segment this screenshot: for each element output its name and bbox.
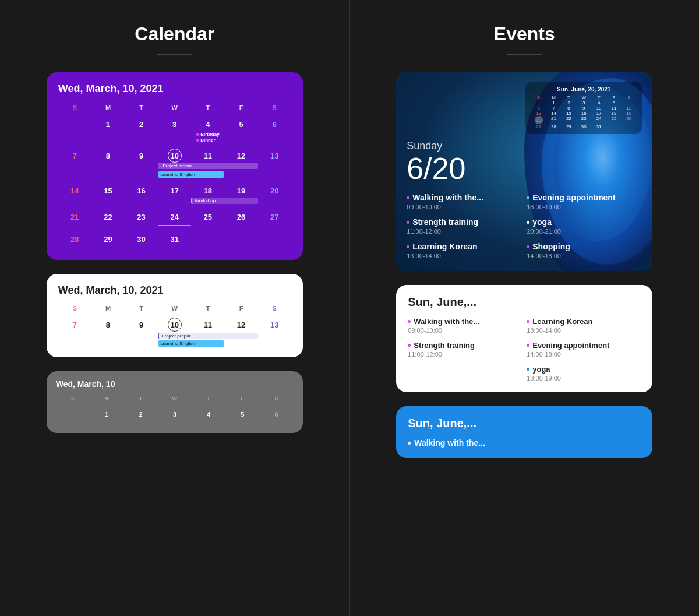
event-yoga-time: 20:00-21:00: [527, 228, 642, 235]
cal-day-27[interactable]: 27: [258, 207, 291, 226]
cal-day-28[interactable]: 28: [58, 230, 91, 248]
cal-day-18[interactable]: 18: [191, 181, 224, 200]
ew-yoga-name: yoga: [527, 365, 641, 374]
mini-week-5: 27 28 29 30 31: [531, 124, 636, 129]
gcal-6[interactable]: 6: [259, 405, 293, 424]
ew-yoga: yoga 18:00-19:00: [527, 365, 641, 382]
wcal-7[interactable]: 7: [58, 315, 91, 334]
gcal-5[interactable]: 5: [225, 405, 259, 424]
event-strength: Strength training 11:00-12:00: [407, 217, 522, 235]
event-dot: [527, 221, 529, 224]
white-learning-bar: Learning English: [58, 340, 291, 347]
ew-walking-time: 09:00-10:00: [408, 327, 522, 334]
cal-day-24[interactable]: 24: [158, 207, 191, 226]
cal-day-19[interactable]: 19: [224, 181, 257, 200]
wcal-11[interactable]: 11: [191, 315, 224, 334]
ew-strength-time: 11:00-12:00: [408, 351, 522, 358]
wcal-10-today[interactable]: 10: [158, 315, 191, 334]
cal-white-header: Wed, March, 10, 2021: [58, 284, 291, 297]
event-strength-name: Strength training: [407, 217, 522, 227]
event-korean-time: 13:00-14:00: [407, 252, 522, 259]
mini-cal-container: Sun, June, 20, 2021 S M T W T F S: [407, 82, 642, 134]
ew-korean-time: 13:00-14:00: [527, 327, 641, 334]
events-widget-white: Sun, June,... Walking with the... 09:00-…: [396, 285, 652, 392]
cal-day-16[interactable]: 16: [125, 181, 158, 200]
cal-day-3[interactable]: 3: [158, 115, 191, 145]
cal-day-13[interactable]: 13: [258, 146, 291, 165]
event-yoga: yoga 20:00-21:00: [527, 217, 642, 235]
ew-yoga-time: 18:00-19:00: [527, 375, 641, 382]
ew-strength-name: Strength training: [408, 341, 522, 350]
cal-empty-1: [191, 230, 224, 248]
gcal-4[interactable]: 4: [192, 405, 225, 424]
learning-english-bar: Learning English: [158, 171, 224, 178]
cal-day-10-today[interactable]: 10: [158, 146, 191, 165]
mini-today: 20: [535, 116, 543, 124]
events-column: Events Sun, June, 20, 2021 S: [350, 0, 700, 616]
cal-day-8[interactable]: 8: [91, 146, 125, 165]
gcal-1[interactable]: 1: [90, 405, 123, 424]
cal-day-22[interactable]: 22: [91, 207, 125, 226]
cal-empty-2: [224, 230, 257, 248]
event-shopping-name: Shopping: [527, 242, 642, 251]
ew-events-grid: Walking with the... 09:00-10:00 Learning…: [408, 317, 641, 382]
day-mon: M: [91, 102, 125, 114]
cal-white-grid: S M T W T F S 7 8 9 10 11 12 13: [58, 302, 291, 347]
calendar-column: Calendar Wed, March, 10, 2021 S M T W T …: [0, 0, 350, 616]
cal-day-17[interactable]: 17: [158, 181, 191, 200]
cal-day-6[interactable]: 6: [258, 115, 291, 145]
cal-day-14[interactable]: 14: [58, 181, 91, 200]
cal-day-15[interactable]: 15: [91, 181, 125, 200]
event-dot: [527, 245, 529, 248]
ew-walking-name: Walking with the...: [408, 317, 522, 326]
wcal-9[interactable]: 9: [125, 315, 158, 334]
wdh-sun: S: [58, 302, 91, 314]
cal-empty: [58, 115, 91, 145]
wcal-13[interactable]: 13: [258, 315, 291, 334]
wdh-fri: F: [224, 302, 257, 314]
event-strength-time: 11:00-12:00: [407, 228, 522, 235]
gdh-mon: M: [90, 393, 123, 404]
wdh-tue: T: [125, 302, 158, 314]
event-walking: Walking with the... 09:00-10:00: [407, 193, 522, 210]
calendar-widget-white: Wed, March, 10, 2021 S M T W T F S 7 8 9…: [47, 274, 303, 357]
cal-day-4[interactable]: 4 Birthday Dinner: [191, 115, 224, 145]
events-day-name: Sunday: [407, 140, 642, 152]
ew-header: Sun, June,...: [408, 295, 641, 309]
gcal-3[interactable]: 3: [158, 405, 192, 424]
calendar-title: Calendar: [135, 23, 214, 45]
cal-day-30[interactable]: 30: [125, 230, 158, 248]
cal-day-5[interactable]: 5: [224, 115, 257, 145]
gdh-sat: S: [259, 393, 293, 404]
cal-day-9[interactable]: 9: [125, 146, 158, 165]
ew-evening: Evening appointment 14:00-18:00: [527, 341, 641, 358]
wcal-12[interactable]: 12: [224, 315, 257, 334]
white-learning-english-bar: Learning English: [158, 340, 224, 347]
white-week-2: 7 8 9 10 11 12 13: [58, 315, 291, 334]
cal-day-7[interactable]: 7: [58, 146, 91, 165]
cal-day-23[interactable]: 23: [125, 207, 158, 226]
event-korean: Learning Korean 13:00-14:00: [407, 242, 522, 259]
cal-day-20[interactable]: 20: [258, 181, 291, 200]
cal-day-21[interactable]: 21: [58, 207, 91, 226]
eb-walking-name: Walking with the...: [414, 438, 485, 448]
cal-day-11[interactable]: 11: [191, 146, 224, 165]
cal-day-1[interactable]: 1: [91, 115, 125, 145]
event-dot: [527, 196, 529, 199]
events-title: Events: [494, 23, 555, 45]
gray-week-1: 1 2 3 4 5 6: [56, 405, 294, 424]
cal-day-12[interactable]: 12: [224, 146, 257, 165]
cal-day-26[interactable]: 26: [224, 207, 257, 226]
gcal-2[interactable]: 2: [123, 405, 157, 424]
cal-day-25[interactable]: 25: [191, 207, 224, 226]
cal-day-2[interactable]: 2: [125, 115, 158, 145]
event-dot: [407, 221, 409, 224]
gdh-tue: T: [123, 393, 157, 404]
event-walking-name: Walking with the...: [407, 193, 522, 202]
gdh-sun: S: [56, 393, 90, 404]
cal-day-29[interactable]: 29: [91, 230, 125, 248]
cal-day-31[interactable]: 31: [158, 230, 191, 248]
event-shopping: Shopping 14:00-18:00: [527, 242, 642, 259]
week-4: 21 22 23 24 25 26 27: [58, 207, 291, 226]
wcal-8[interactable]: 8: [91, 315, 125, 334]
